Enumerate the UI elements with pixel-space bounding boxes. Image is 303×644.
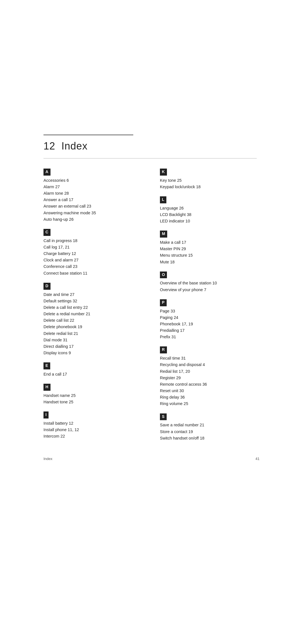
section-header-c: C	[43, 229, 50, 236]
section-i: I Install battery 12 Install phone 11, 1…	[43, 410, 143, 440]
index-columns: A Accessories 6 Alarm 27 Alarm tone 28 A…	[43, 167, 260, 447]
section-l: L Language 26 LCD Backlight 38 LED indic…	[160, 195, 260, 224]
section-entries-k: Key tone 25 Keypad lock/unlock 18	[160, 177, 260, 190]
section-s: S Save a redial number 21 Store a contac…	[160, 412, 260, 441]
section-header-e: E	[43, 362, 50, 369]
section-entries-o: Overview of the base station 10 Overview…	[160, 280, 260, 293]
section-c: C Call in progress 18 Call log 17, 21 Ch…	[43, 228, 143, 277]
section-header-h: H	[43, 384, 50, 391]
section-header-l: L	[160, 196, 166, 203]
section-entries-e: End a call 17	[43, 371, 143, 378]
section-r: R Recall time 31 Recycling and disposal …	[160, 345, 260, 407]
section-header-i: I	[43, 411, 49, 418]
page-container: 12 Index A Accessories 6 Alarm 27 Alarm …	[0, 0, 303, 644]
section-e: E End a call 17	[43, 361, 143, 378]
section-p: P Page 33 Paging 24 Phonebook 17, 19 Pre…	[160, 298, 260, 341]
section-entries-r: Recall time 31 Recycling and disposal 4 …	[160, 355, 260, 407]
section-entries-l: Language 26 LCD Backlight 38 LED indicat…	[160, 205, 260, 225]
section-header-d: D	[43, 283, 50, 290]
chapter-number: 12	[43, 140, 55, 152]
section-m: M Make a call 17 Master PIN 29 Menu stru…	[160, 229, 260, 265]
footer-row: Index 41	[43, 457, 260, 461]
top-rule	[43, 135, 133, 135]
section-a: A Accessories 6 Alarm 27 Alarm tone 28 A…	[43, 167, 143, 223]
section-header-s: S	[160, 413, 167, 420]
section-k: K Key tone 25 Keypad lock/unlock 18	[160, 167, 260, 190]
bottom-rule	[43, 158, 257, 158]
right-column: K Key tone 25 Keypad lock/unlock 18 L La…	[160, 167, 260, 447]
section-entries-h: Handset name 25 Handset tone 25	[43, 392, 143, 405]
chapter-title: 12 Index	[43, 140, 260, 152]
section-header-r: R	[160, 346, 167, 353]
section-entries-a: Accessories 6 Alarm 27 Alarm tone 28 Ans…	[43, 177, 143, 223]
section-entries-i: Install battery 12 Install phone 11, 12 …	[43, 420, 143, 440]
section-header-k: K	[160, 169, 167, 176]
section-header-a: A	[43, 169, 50, 176]
section-entries-s: Save a redial number 21 Store a contact …	[160, 422, 260, 441]
section-o: O Overview of the base station 10 Overvi…	[160, 270, 260, 293]
section-h: H Handset name 25 Handset tone 25	[43, 383, 143, 405]
section-header-p: P	[160, 299, 167, 306]
section-entries-m: Make a call 17 Master PIN 29 Menu struct…	[160, 239, 260, 265]
left-column: A Accessories 6 Alarm 27 Alarm tone 28 A…	[43, 167, 143, 447]
section-entries-c: Call in progress 18 Call log 17, 21 Char…	[43, 238, 143, 277]
section-entries-d: Date and time 27 Default settings 32 Del…	[43, 291, 143, 357]
section-d: D Date and time 27 Default settings 32 D…	[43, 282, 143, 357]
content-area: 12 Index A Accessories 6 Alarm 27 Alarm …	[0, 0, 303, 517]
chapter-title-text: Index	[61, 140, 88, 152]
section-entries-p: Page 33 Paging 24 Phonebook 17, 19 Predi…	[160, 308, 260, 341]
section-header-m: M	[160, 231, 167, 238]
footer-page-number: 41	[256, 457, 260, 461]
footer-label: Index	[43, 457, 52, 461]
section-header-o: O	[160, 272, 167, 279]
